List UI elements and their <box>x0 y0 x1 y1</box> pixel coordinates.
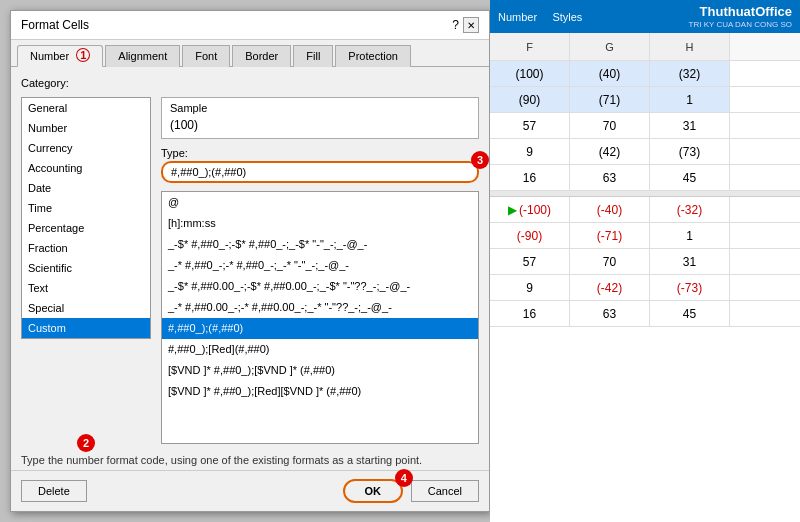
tab-fill[interactable]: Fill <box>293 45 333 67</box>
category-item-time[interactable]: Time <box>22 198 150 218</box>
tab-protection-label: Protection <box>348 50 398 62</box>
top-cell-4-g: 63 <box>570 165 650 190</box>
type-list[interactable]: @[h]:mm:ss_-$* #,##0_-;-$* #,##0_-;_-$* … <box>161 191 479 444</box>
bottom-cell-0-g: (-40) <box>570 197 650 222</box>
sample-box: Sample (100) <box>161 97 479 139</box>
badge-4: 4 <box>395 469 413 487</box>
category-item-fraction[interactable]: Fraction <box>22 238 150 258</box>
top-cell-0-f: (100) <box>490 61 570 86</box>
tab-number[interactable]: Number 1 <box>17 45 103 67</box>
bottom-cell-1-g: (-71) <box>570 223 650 248</box>
bottom-row-2: 577031 <box>490 249 800 275</box>
tabs-row: Number 1 Alignment Font Border Fill Prot… <box>11 40 489 67</box>
buttons-row: Delete OK 4 Cancel <box>11 470 489 511</box>
top-cell-2-h: 31 <box>650 113 730 138</box>
top-cell-0-g: (40) <box>570 61 650 86</box>
bottom-cell-4-g: 63 <box>570 301 650 326</box>
top-cell-2-g: 70 <box>570 113 650 138</box>
tab-protection[interactable]: Protection <box>335 45 411 67</box>
dialog-title: Format Cells <box>21 18 89 32</box>
ok-button[interactable]: OK <box>343 479 403 503</box>
type-list-item-1[interactable]: [h]:mm:ss <box>162 213 478 234</box>
type-list-item-5[interactable]: _-* #,##0.00_-;-* #,##0.00_-;_-* "-"??_-… <box>162 297 478 318</box>
dialog-content: Category: GeneralNumberCurrencyAccountin… <box>11 67 489 454</box>
bottom-cell-2-f: 57 <box>490 249 570 274</box>
top-cell-2-f: 57 <box>490 113 570 138</box>
tab-font[interactable]: Font <box>182 45 230 67</box>
badge-3: 3 <box>471 151 489 169</box>
right-panel: Sample (100) Type: 3 @[h]:mm:ss_-$* #,##… <box>161 97 479 444</box>
bottom-cell-2-h: 31 <box>650 249 730 274</box>
top-row-2: 577031 <box>490 113 800 139</box>
category-item-currency[interactable]: Currency <box>22 138 150 158</box>
logo-title: ThuthuatOffice <box>689 4 792 20</box>
bottom-row-0: ▶(-100)(-40)(-32) <box>490 197 800 223</box>
tab-fill-label: Fill <box>306 50 320 62</box>
col-headers: F G H <box>490 33 800 61</box>
bottom-cell-3-g: (-42) <box>570 275 650 300</box>
category-item-text[interactable]: Text <box>22 278 150 298</box>
top-cell-1-h: 1 <box>650 87 730 112</box>
top-cell-3-f: 9 <box>490 139 570 164</box>
type-list-item-8[interactable]: [$VND ]* #,##0_);[$VND ]* (#,##0) <box>162 360 478 381</box>
category-list: GeneralNumberCurrencyAccountingDateTimeP… <box>21 97 151 339</box>
top-row-1: (90)(71)1 <box>490 87 800 113</box>
bottom-cell-1-f: (-90) <box>490 223 570 248</box>
bottom-cell-4-f: 16 <box>490 301 570 326</box>
number-label: Number Styles <box>498 11 582 23</box>
badge-1: 1 <box>76 48 90 62</box>
logo-block: ThuthuatOffice TRI KY CUA DAN CONG SO <box>689 4 792 29</box>
desc-text: Type the number format code, using one o… <box>11 454 489 470</box>
category-item-date[interactable]: Date <box>22 178 150 198</box>
type-list-item-9[interactable]: [$VND ]* #,##0_);[Red][$VND ]* (#,##0) <box>162 381 478 402</box>
close-button[interactable]: ✕ <box>463 17 479 33</box>
category-item-scientific[interactable]: Scientific <box>22 258 150 278</box>
bottom-cell-1-h: 1 <box>650 223 730 248</box>
format-cells-dialog: Format Cells ? ✕ Number 1 Alignment Font… <box>10 10 490 512</box>
type-input[interactable] <box>161 161 479 183</box>
bottom-cell-3-h: (-73) <box>650 275 730 300</box>
sample-value: (100) <box>170 116 470 134</box>
cancel-button[interactable]: Cancel <box>411 480 479 502</box>
tab-number-label: Number <box>30 50 69 62</box>
category-item-accounting[interactable]: Accounting <box>22 158 150 178</box>
type-list-item-3[interactable]: _-* #,##0_-;-* #,##0_-;_-* "-"_-;_-@_- <box>162 255 478 276</box>
type-list-item-0[interactable]: @ <box>162 192 478 213</box>
bottom-cell-3-f: 9 <box>490 275 570 300</box>
type-list-item-7[interactable]: #,##0_);[Red](#,##0) <box>162 339 478 360</box>
bottom-cell-0-f: ▶(-100) <box>490 197 570 222</box>
bottom-section: ▶(-100)(-40)(-32)(-90)(-71)15770319(-42)… <box>490 197 800 327</box>
top-cell-1-f: (90) <box>490 87 570 112</box>
tab-alignment[interactable]: Alignment <box>105 45 180 67</box>
top-row-4: 166345 <box>490 165 800 191</box>
tab-font-label: Font <box>195 50 217 62</box>
sample-label: Sample <box>170 102 470 114</box>
arrow-icon: ▶ <box>508 203 517 217</box>
top-cell-0-h: (32) <box>650 61 730 86</box>
category-item-general[interactable]: General <box>22 98 150 118</box>
bottom-cell-0-h: (-32) <box>650 197 730 222</box>
type-list-item-2[interactable]: _-$* #,##0_-;-$* #,##0_-;_-$* "-"_-;_-@_… <box>162 234 478 255</box>
type-list-item-6[interactable]: #,##0_);(#,##0) <box>162 318 478 339</box>
excel-panel: Number Styles ThuthuatOffice TRI KY CUA … <box>490 0 800 522</box>
badge-2: 2 <box>77 434 95 452</box>
tab-border[interactable]: Border <box>232 45 291 67</box>
bottom-row-4: 166345 <box>490 301 800 327</box>
category-item-custom[interactable]: Custom <box>22 318 150 338</box>
type-list-item-4[interactable]: _-$* #,##0.00_-;-$* #,##0.00_-;_-$* "-"?… <box>162 276 478 297</box>
type-label: Type: <box>161 147 479 159</box>
help-button[interactable]: ? <box>452 17 459 33</box>
category-item-percentage[interactable]: Percentage <box>22 218 150 238</box>
col-header-g: G <box>570 33 650 60</box>
category-item-number[interactable]: Number <box>22 118 150 138</box>
top-cell-3-h: (73) <box>650 139 730 164</box>
top-row-3: 9(42)(73) <box>490 139 800 165</box>
delete-button[interactable]: Delete <box>21 480 87 502</box>
bottom-row-1: (-90)(-71)1 <box>490 223 800 249</box>
category-label: Category: <box>21 77 479 89</box>
bottom-cell-4-h: 45 <box>650 301 730 326</box>
top-cell-1-g: (71) <box>570 87 650 112</box>
top-section: (100)(40)(32)(90)(71)15770319(42)(73)166… <box>490 61 800 191</box>
bottom-cell-2-g: 70 <box>570 249 650 274</box>
category-item-special[interactable]: Special <box>22 298 150 318</box>
